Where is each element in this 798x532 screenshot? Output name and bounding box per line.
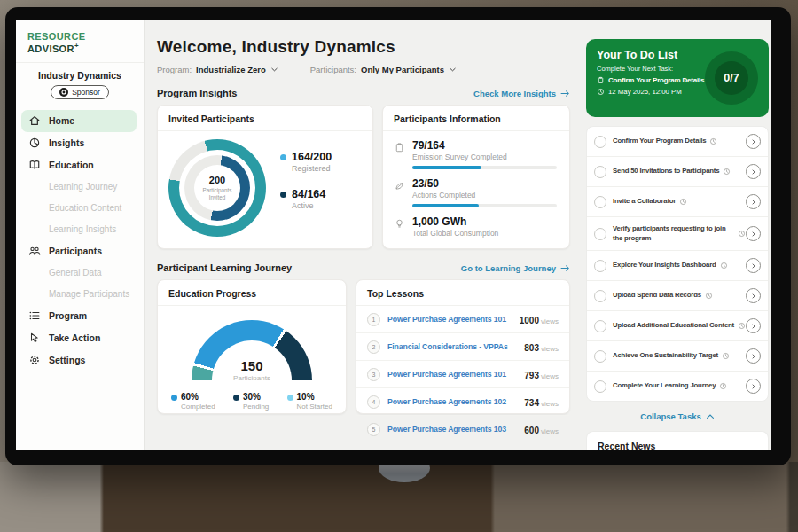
card-title: Top Lessons [356, 280, 569, 306]
org-name: Industry Dynamics [16, 70, 144, 81]
program-icon [28, 309, 41, 322]
sidebar-item-label: Settings [49, 355, 85, 365]
main-content: Welcome, Industry Dynamics Program: Indu… [145, 20, 576, 450]
task-open-button[interactable] [746, 164, 761, 179]
legend-pending: 30% Pending [233, 392, 269, 411]
chevron-right-icon [750, 383, 757, 390]
task-row[interactable]: Achieve One Sustainability Target [587, 341, 768, 372]
lesson-rank: 5 [367, 423, 380, 436]
task-open-button[interactable] [746, 288, 761, 303]
task-checkbox[interactable] [594, 166, 606, 178]
participants-dropdown[interactable]: Participants: Only My Participants [310, 65, 457, 74]
clipboard-icon [394, 142, 405, 153]
sidebar-item-general-data[interactable]: General Data [16, 262, 144, 284]
collapse-label: Collapse Tasks [640, 411, 700, 421]
sidebar-item-insights[interactable]: Insights [16, 132, 144, 154]
sidebar-item-label: Insights [49, 137, 84, 148]
collapse-tasks-link[interactable]: Collapse Tasks [586, 411, 769, 421]
todo-title: Your To Do List [597, 49, 705, 61]
task-row[interactable]: Upload Additional Educational Content [587, 311, 768, 341]
legend-dot [233, 395, 239, 401]
clock-icon [722, 352, 730, 360]
sidebar-item-label: Learning Insights [49, 224, 116, 234]
participants-information-card: Participants Information 79/164 Emission… [382, 105, 570, 249]
task-checkbox[interactable] [594, 136, 606, 148]
task-row[interactable]: Send 50 Invitations to Participants [587, 157, 768, 187]
participants-label: Participants: [310, 65, 356, 74]
go-to-learning-journey-link[interactable]: Go to Learning Journey [461, 263, 570, 273]
sponsor-icon [59, 88, 68, 97]
task-open-button[interactable] [746, 379, 761, 394]
sidebar-item-manage-participants[interactable]: Manage Participants [16, 284, 144, 305]
sidebar-item-label: Learning Journey [49, 182, 117, 192]
sponsor-badge[interactable]: Sponsor [51, 85, 109, 99]
task-checkbox[interactable] [594, 290, 606, 302]
task-open-button[interactable] [746, 194, 761, 209]
participants-icon [28, 245, 41, 257]
lesson-rank: 4 [367, 395, 380, 409]
task-open-button[interactable] [746, 318, 761, 333]
clock-icon [705, 292, 713, 300]
clock-icon [679, 198, 687, 206]
lesson-link[interactable]: Power Purchase Agreements 101 [387, 370, 506, 379]
sidebar-item-learning-journey[interactable]: Learning Journey [16, 176, 144, 198]
gauge-center-value: 150 [192, 358, 312, 373]
lesson-link[interactable]: Power Purchase Agreements 101 [387, 315, 506, 324]
leaf-icon [394, 180, 405, 192]
chevron-right-icon [750, 262, 757, 270]
task-open-button[interactable] [746, 348, 761, 364]
clock-icon [719, 382, 727, 390]
task-open-button[interactable] [746, 226, 761, 241]
task-list: Confirm Your Program Details Send 50 Inv… [586, 126, 769, 402]
clock-icon [720, 262, 728, 270]
lesson-row: 2 Financial Considerations - VPPAs 803vi… [356, 333, 569, 361]
task-open-button[interactable] [746, 258, 761, 273]
task-row[interactable]: Verify participants requesting to join t… [587, 217, 768, 251]
program-dropdown[interactable]: Program: Industrialize Zero [157, 65, 278, 74]
lesson-link[interactable]: Power Purchase Agreements 102 [387, 397, 506, 406]
donut-legend: 164/200 Registered 84/164 Active [280, 151, 332, 237]
task-row[interactable]: Invite a Collaborator [587, 187, 768, 217]
learning-journey-header: Participant Learning Journey Go to Learn… [157, 262, 570, 273]
sidebar-item-education[interactable]: Education [16, 154, 144, 176]
task-checkbox[interactable] [594, 380, 606, 393]
lesson-link[interactable]: Financial Considerations - VPPAs [387, 342, 508, 351]
task-row[interactable]: Explore Your Insights Dashboard [587, 251, 768, 281]
sidebar-item-learning-insights[interactable]: Learning Insights [16, 219, 144, 240]
legend-dot [280, 154, 286, 160]
sidebar-item-participants[interactable]: Participants [16, 240, 144, 262]
program-insights-title: Program Insights [157, 88, 237, 98]
card-title: Education Progress [158, 280, 346, 306]
sidebar-item-take-action[interactable]: Take Action [16, 327, 144, 349]
sidebar-item-education-content[interactable]: Education Content [16, 198, 144, 219]
dashboard-screen: RESOURCE ADVISOR+ Industry Dynamics Spon… [16, 20, 771, 450]
sidebar-item-home[interactable]: Home [21, 110, 137, 132]
journey-cards-row: Education Progress 150 Participants 60% … [157, 279, 570, 414]
task-checkbox[interactable] [594, 228, 606, 240]
sidebar-item-settings[interactable]: Settings [16, 349, 144, 372]
lesson-link[interactable]: Power Purchase Agreements 103 [387, 425, 506, 434]
bulb-icon [394, 218, 405, 230]
task-checkbox[interactable] [594, 320, 606, 332]
todo-summary-card: Your To Do List Complete Your Next Task:… [586, 39, 769, 117]
check-more-insights-link[interactable]: Check More Insights [473, 89, 570, 98]
task-checkbox[interactable] [594, 350, 606, 363]
task-checkbox[interactable] [594, 196, 606, 208]
task-row[interactable]: Confirm Your Program Details [587, 127, 768, 157]
stat-global-consumption: 1,000 GWh Total Global Consumption [383, 207, 569, 238]
legend-not-started: 10% Not Started [287, 392, 332, 411]
task-row[interactable]: Upload Spend Data Records [587, 281, 768, 311]
chevron-up-icon [706, 413, 715, 419]
link-label: Go to Learning Journey [461, 263, 556, 273]
task-checkbox[interactable] [594, 260, 606, 272]
task-row[interactable]: Complete Your Learning Journey [587, 372, 768, 401]
legend-dot [171, 395, 177, 401]
legend-active: 84/164 Active [280, 188, 332, 210]
sidebar-item-program[interactable]: Program [16, 305, 144, 327]
task-open-button[interactable] [746, 134, 761, 149]
todo-progress-value: 0/7 [724, 72, 739, 84]
sponsor-badge-label: Sponsor [72, 88, 100, 97]
legend-registered: 164/200 Registered [280, 151, 332, 173]
arrow-right-icon [560, 264, 570, 272]
arrow-right-icon [560, 90, 570, 98]
